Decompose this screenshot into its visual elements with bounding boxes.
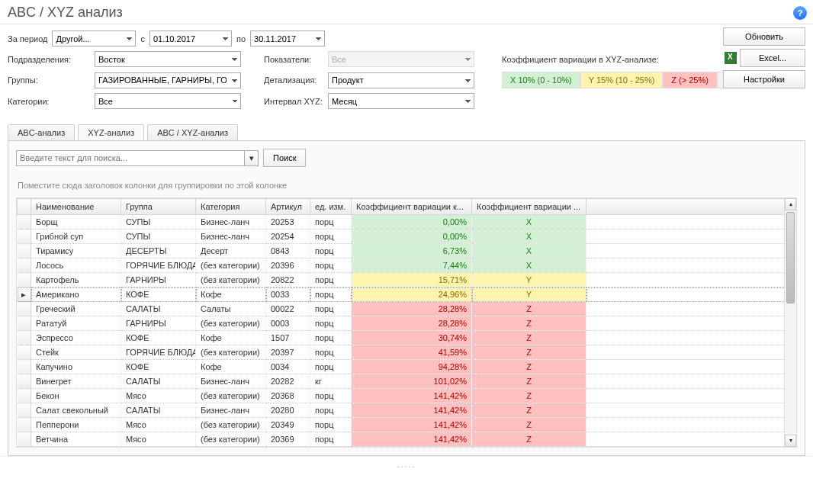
scroll-thumb[interactable]	[786, 212, 795, 303]
cell-name: Тирамису	[31, 244, 121, 258]
subdivisions-select[interactable]: Восток	[95, 51, 241, 67]
tab-xyz[interactable]: XYZ-анализ	[78, 124, 144, 140]
cell-spacer	[586, 215, 796, 230]
table-row[interactable]: Салат свекольныйСАЛАТЫБизнес-ланч20280по…	[18, 403, 796, 418]
cell-class: Z	[472, 374, 586, 389]
scroll-up-icon[interactable]: ▴	[785, 198, 796, 210]
cell-coef: 141,42%	[352, 403, 472, 418]
table-row[interactable]: ПепперониМясо(без категории)20349порц141…	[18, 418, 796, 432]
table-row[interactable]: БорщСУПЫБизнес-ланч20253порц0,00%X	[18, 215, 796, 230]
table-row[interactable]: ВетчинаМясо(без категории)20369порц141,4…	[18, 432, 796, 447]
cell-coef: 0,00%	[352, 230, 472, 244]
cell-name: Салат свекольный	[31, 403, 121, 418]
cell-article: 20396	[266, 258, 310, 273]
period-from[interactable]: 01.10.2017	[149, 30, 232, 47]
col-category-header[interactable]: Категория	[196, 199, 266, 215]
vertical-scrollbar[interactable]: ▴ ▾	[784, 198, 796, 447]
col-article-header[interactable]: Артикул	[266, 199, 310, 215]
cell-group: САЛАТЫ	[121, 302, 196, 316]
row-indicator	[18, 215, 31, 230]
tab-abc[interactable]: ABC-анализ	[8, 124, 75, 140]
search-dropdown-icon[interactable]: ▾	[245, 150, 259, 166]
excel-button[interactable]: Excel...	[740, 49, 805, 67]
cell-unit: порц	[310, 360, 352, 374]
cell-name: Картофель	[31, 273, 121, 287]
grouping-hint[interactable]: Поместите сюда заголовок колонки для гру…	[16, 178, 797, 193]
cell-name: Грибной суп	[31, 230, 121, 244]
splitter-handle[interactable]: .....	[0, 456, 813, 472]
table-row[interactable]: БеконМясо(без категории)20368порц141,42%…	[18, 389, 796, 403]
row-indicator	[18, 302, 31, 316]
row-indicator	[18, 345, 31, 360]
cell-spacer	[586, 316, 796, 331]
table-row[interactable]: Грибной супСУПЫБизнес-ланч20254порц0,00%…	[18, 230, 796, 244]
legend-caption: Коэффициент вариации в XYZ-анализе:	[502, 55, 659, 64]
table-row[interactable]: ЭспрессоКОФЕКофе1507порц30,74%Z	[18, 331, 796, 345]
cell-group: САЛАТЫ	[121, 403, 196, 418]
cell-spacer	[586, 273, 796, 287]
row-indicator	[18, 432, 31, 447]
cell-class: Z	[472, 418, 586, 432]
data-grid[interactable]: Наименование Группа Категория Артикул ед…	[16, 197, 797, 448]
cell-unit: порц	[310, 403, 352, 418]
cell-unit: порц	[310, 432, 352, 447]
table-row[interactable]: ЛососьГОРЯЧИЕ БЛЮДА(без категории)20396п…	[18, 258, 796, 273]
cell-unit: порц	[310, 331, 352, 345]
cell-group: Мясо	[121, 418, 196, 432]
tab-abcxyz[interactable]: ABC / XYZ-анализ	[147, 124, 238, 140]
period-label: За период	[8, 34, 47, 43]
cell-unit: порц	[310, 418, 352, 432]
search-input[interactable]	[16, 150, 245, 166]
cell-name: Ветчина	[31, 432, 121, 447]
interval-select[interactable]: Месяц	[328, 93, 474, 109]
settings-button[interactable]: Настройки	[723, 70, 805, 88]
table-row[interactable]: ТирамисуДЕСЕРТЫДесерт0843порц6,73%X	[18, 244, 796, 258]
groups-select[interactable]: ГАЗИРОВАННЫЕ, ГАРНИРЫ, ГОР...	[95, 72, 241, 88]
detail-select[interactable]: Продукт	[328, 72, 474, 88]
cell-coef: 94,28%	[352, 360, 472, 374]
cell-coef: 6,73%	[352, 244, 472, 258]
period-to[interactable]: 30.11.2017	[250, 30, 325, 47]
cell-category: (без категории)	[196, 418, 266, 432]
cell-spacer	[586, 418, 796, 432]
cell-coef: 101,02%	[352, 374, 472, 389]
cell-article: 20822	[266, 273, 310, 287]
refresh-button[interactable]: Обновить	[723, 27, 805, 46]
categories-select[interactable]: Все	[95, 93, 241, 109]
cell-article: 20253	[266, 215, 310, 230]
period-select[interactable]: Другой...	[52, 30, 136, 47]
cell-class: Z	[472, 389, 586, 403]
table-row[interactable]: КапучиноКОФЕКофе0034порц94,28%Z	[18, 360, 796, 374]
table-row[interactable]: РататуйГАРНИРЫ(без категории)0003порц28,…	[18, 316, 796, 331]
table-row[interactable]: КартофельГАРНИРЫ(без категории)20822порц…	[18, 273, 796, 287]
scroll-down-icon[interactable]: ▾	[785, 435, 796, 447]
table-row[interactable]: ВинегретСАЛАТЫБизнес-ланч20282кг101,02%Z	[18, 374, 796, 389]
groups-label: Группы:	[8, 75, 90, 85]
table-row[interactable]: ▸АмериканоКОФЕКофе0033порц24,96%Y	[18, 287, 796, 302]
col-group-header[interactable]: Группа	[121, 199, 196, 215]
col-spacer	[586, 199, 796, 215]
cell-name: Бекон	[31, 389, 121, 403]
cell-spacer	[586, 345, 796, 360]
cell-spacer	[586, 331, 796, 345]
col-unit-header[interactable]: ед. изм.	[310, 199, 352, 215]
cell-class: X	[472, 244, 586, 258]
cell-coef: 0,00%	[352, 215, 472, 230]
cell-article: 00022	[266, 302, 310, 316]
row-indicator	[18, 273, 31, 287]
col-coef-header[interactable]: Коэффициент вариации к...	[352, 199, 472, 215]
row-indicator	[18, 374, 31, 389]
cell-class: Z	[472, 432, 586, 447]
search-button[interactable]: Поиск	[263, 149, 306, 167]
table-row[interactable]: ГреческийСАЛАТЫСалаты00022порц28,28%Z	[18, 302, 796, 316]
table-row[interactable]: СтейкГОРЯЧИЕ БЛЮДА(без категории)20397по…	[18, 345, 796, 360]
cell-coef: 41,59%	[352, 345, 472, 360]
col-class-header[interactable]: Коэффициент вариации ...	[472, 199, 586, 215]
cell-unit: порц	[310, 389, 352, 403]
cell-name: Стейк	[31, 345, 121, 360]
col-name-header[interactable]: Наименование	[31, 199, 121, 215]
cell-class: Z	[472, 331, 586, 345]
cell-name: Пепперони	[31, 418, 121, 432]
help-icon[interactable]: ?	[793, 6, 807, 20]
cell-article: 20282	[266, 374, 310, 389]
